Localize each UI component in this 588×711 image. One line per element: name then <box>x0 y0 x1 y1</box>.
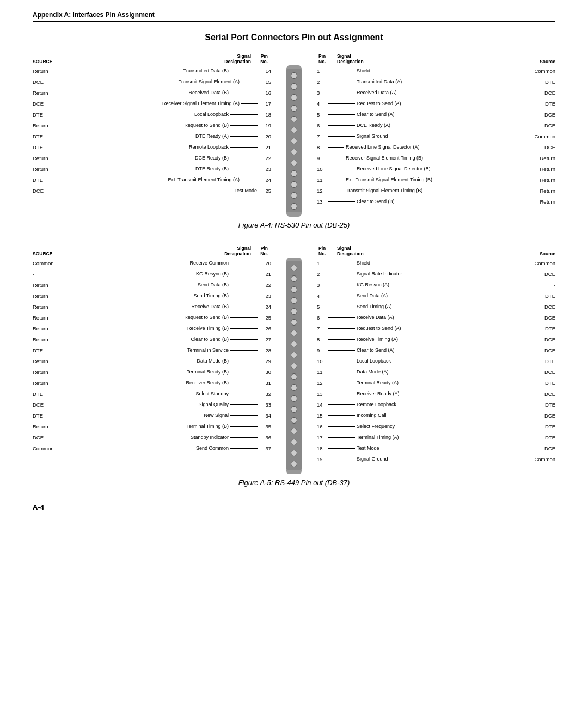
right-pin-row: 6DCE Ready (A)DCE <box>316 120 555 131</box>
right-pin-row: 19Signal GroundCommon <box>316 453 555 464</box>
figure2-container: Source SignalDesignation PinNo. PinNo. S… <box>33 246 555 487</box>
right-pin-row: 13Receiver Ready (A)DCE <box>316 388 555 399</box>
right-pin-row: 4Send Data (A)DTE <box>316 290 555 301</box>
left-pin-row: CommonReceive Common20 <box>33 258 272 268</box>
left-pin-row: DCEReceiver Signal Element Timing (A)17 <box>33 98 272 109</box>
left-signal-header: SignalDesignation <box>63 53 253 64</box>
right-pin-row: 8Received Line Signal Detector (A)DCE <box>316 142 555 152</box>
left-pin-row: ReturnTransmitted Data (B)14 <box>33 65 272 76</box>
left-pin-row: CommonSend Common37 <box>33 443 272 453</box>
right-pin-row: 14Remote LoopbackDTE <box>316 399 555 410</box>
left-pin-row: ReturnSend Data (B)22 <box>33 279 272 290</box>
left-pin-row: -KG Resync (B)21 <box>33 268 272 279</box>
right-pin-row: 17Terminal Timing (A)DTE <box>316 432 555 443</box>
left-pin-row: ReturnReceive Data (B)24 <box>33 301 272 312</box>
left-pin-row: ReturnTerminal Timing (B)35 <box>33 421 272 432</box>
right-pin-row: 12Transmit Signal Element Timing (B)Retu… <box>316 185 555 196</box>
right-pin-row: 15Incoming CallDCE <box>316 410 555 421</box>
right-pin-row: 9Clear to Send (A)DCE <box>316 345 555 356</box>
left-pin-row: ReturnReceiver Ready (B)31 <box>33 377 272 388</box>
left-pin-row: DCEStandby Indicator36 <box>33 432 272 443</box>
right-pin-row: 3Received Data (A)DCE <box>316 87 555 98</box>
figure1-diagram: Source SignalDesignation PinNo. PinNo. S… <box>33 53 555 217</box>
left-pin-row: ReturnDTE Ready (B)23 <box>33 163 272 174</box>
left-pin-row: DCETest Mode25 <box>33 185 272 196</box>
right-pin-row: 2Signal Rate IndicatorDCE <box>316 268 555 279</box>
left-pin-row: DTELocal Loopback18 <box>33 109 272 120</box>
figure2-rows: CommonReceive Common20-KG Resync (B)21Re… <box>33 258 555 474</box>
right-pin-row: 6Receive Data (A)DCE <box>316 312 555 323</box>
right-pin-row: 8Receive Timing (A)DCE <box>316 334 555 345</box>
right-pin-row: 4Request to Send (A)DTE <box>316 98 555 109</box>
left-pin-row: ReturnRequest to Send (B)19 <box>33 120 272 131</box>
page-footer: A-4 <box>33 503 555 511</box>
left-pin-header: PinNo. <box>253 53 270 64</box>
left-pin-row: DTERemote Loopback21 <box>33 142 272 152</box>
right-pin-row: 7Request to Send (A)DTE <box>316 323 555 334</box>
left-pin-row: ReturnRequest to Send (B)25 <box>33 312 272 323</box>
right-pin-row: 13Clear to Send (B)Return <box>316 196 555 207</box>
left-pin-row: ReturnClear to Send (B)27 <box>33 334 272 345</box>
right-pin-row: 1ShieldCommon <box>316 258 555 268</box>
right-pin-row: 12Terminal Ready (A)DTE <box>316 377 555 388</box>
figure2-headers: Source SignalDesignation PinNo. PinNo. S… <box>33 246 555 258</box>
right-pin-row: 16Select FrequencyDTE <box>316 421 555 432</box>
right-pin-row: 5Send Timing (A)DCE <box>316 301 555 312</box>
left-pin-row: DTETerminal in Service28 <box>33 345 272 356</box>
figure1-container: Source SignalDesignation PinNo. PinNo. S… <box>33 53 555 229</box>
right-pin-row: 3KG Resync (A)- <box>316 279 555 290</box>
right-pin-row: 1ShieldCommon <box>316 65 555 76</box>
right-pin-row: 9Receiver Signal Element Timing (B)Retur… <box>316 152 555 163</box>
figure2-caption: Figure A-5: RS-449 Pin out (DB-37) <box>33 479 555 487</box>
left-pin-row: DTEExt. Transmit Element Timing (A)24 <box>33 174 272 185</box>
figure1-headers: Source SignalDesignation PinNo. PinNo. S… <box>33 53 555 65</box>
left-pin-row: ReturnTerminal Ready (B)30 <box>33 366 272 377</box>
left-pin-row: DTENew Signal34 <box>33 410 272 421</box>
right-pin-row: 18Test ModeDCE <box>316 443 555 453</box>
right-pin-row: 10Local LoopbackDTE <box>316 356 555 366</box>
right-pin-row: 10Received Line Signal Detector (B)Retur… <box>316 163 555 174</box>
figure2-diagram: Source SignalDesignation PinNo. PinNo. S… <box>33 246 555 474</box>
right-source-header: Source <box>525 59 555 64</box>
figure1-rows: ReturnTransmitted Data (B)14DCETransmit … <box>33 65 555 217</box>
right-signal-header: SignalDesignation <box>335 53 525 64</box>
header-title: Appendix A: Interfaces Pin Assignment <box>33 11 155 19</box>
left-pin-row: ReturnReceived Data (B)16 <box>33 87 272 98</box>
left-pin-row: ReturnSend Timing (B)23 <box>33 290 272 301</box>
right-pin-header: PinNo. <box>318 53 335 64</box>
left-pin-row: ReturnDCE Ready (B)22 <box>33 152 272 163</box>
right-pin-row: 2Transmitted Data (A)DTE <box>316 76 555 87</box>
left-pin-row: DTEDTE Ready (A)20 <box>33 131 272 142</box>
right-pin-row: 11Ext. Transmit Signal Element Timing (B… <box>316 174 555 185</box>
left-pin-row: DCETransmit Signal Element (A)15 <box>33 76 272 87</box>
main-title: Serial Port Connectors Pin out Assignmen… <box>33 33 555 42</box>
right-pin-row: 11Data Mode (A)DCE <box>316 366 555 377</box>
right-pin-row: 5Clear to Send (A)DCE <box>316 109 555 120</box>
left-pin-row: DCESignal Quality33 <box>33 399 272 410</box>
page-number: A-4 <box>33 503 44 511</box>
left-pin-row: DTESelect Standby32 <box>33 388 272 399</box>
left-pin-row: ReturnData Mode (B)29 <box>33 356 272 366</box>
page-header: Appendix A: Interfaces Pin Assignment <box>33 11 555 22</box>
right-pin-row: 7Signal GroundCommon <box>316 131 555 142</box>
left-source-header: Source <box>33 59 63 64</box>
left-pin-row: ReturnReceive Timing (B)26 <box>33 323 272 334</box>
figure1-caption: Figure A-4: RS-530 Pin out (DB-25) <box>33 221 555 229</box>
